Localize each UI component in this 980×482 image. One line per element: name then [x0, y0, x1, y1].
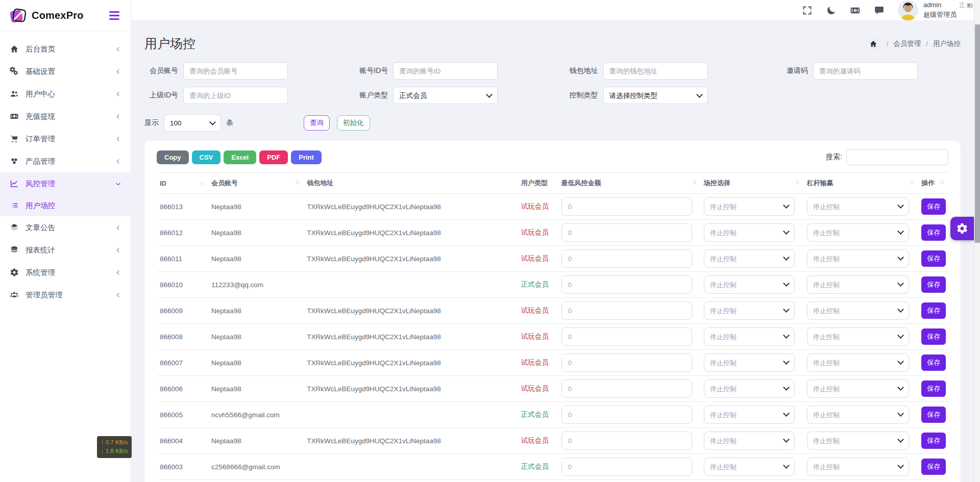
- pdf-export-button[interactable]: PDF: [259, 150, 288, 164]
- sidebar-item-risk-management[interactable]: 风控管理: [0, 172, 131, 195]
- sidebar-nav: 后台首页基础设置用户中心充值提现订单管理产品管理风控管理用户场控文章公告报表统计…: [0, 32, 131, 306]
- cell-user-type: 正式会员: [518, 480, 558, 482]
- chevron-left-icon: [115, 224, 121, 231]
- save-button[interactable]: 保存: [921, 276, 946, 293]
- member-account-input[interactable]: [183, 62, 288, 80]
- leverage-select[interactable]: 停止控制: [807, 197, 909, 216]
- field-control-select[interactable]: 停止控制: [704, 275, 795, 294]
- page-size-select[interactable]: 100: [164, 114, 221, 132]
- save-button[interactable]: 保存: [921, 328, 946, 345]
- column-header[interactable]: ID↑↓: [157, 173, 208, 194]
- leverage-select[interactable]: 停止控制: [807, 301, 909, 320]
- sort-icon[interactable]: ↑↓: [295, 179, 301, 185]
- fullscreen-icon[interactable]: [802, 5, 813, 16]
- min-risk-amount-input[interactable]: [561, 432, 692, 450]
- control-type-select[interactable]: 请选择控制类型: [603, 87, 708, 104]
- excel-export-button[interactable]: Excel: [224, 150, 256, 164]
- field-control-select[interactable]: 停止控制: [704, 249, 795, 268]
- save-button[interactable]: 保存: [921, 459, 946, 475]
- sidebar-item-order-management[interactable]: 订单管理: [0, 128, 131, 150]
- page-content: 用户场控 / 会员管理 / 用户场控 会员账号 账号ID号: [131, 21, 974, 482]
- print-export-button[interactable]: Print: [291, 150, 322, 164]
- column-header[interactable]: 操作↑↓: [918, 173, 948, 194]
- table-search-input[interactable]: [846, 149, 948, 165]
- save-button[interactable]: 保存: [921, 433, 946, 449]
- chat-icon[interactable]: [874, 5, 885, 16]
- leverage-select[interactable]: 停止控制: [807, 249, 909, 268]
- min-risk-amount-input[interactable]: [561, 223, 692, 242]
- save-button[interactable]: 保存: [921, 380, 946, 397]
- banknote-icon[interactable]: [850, 5, 861, 16]
- sidebar-item-recharge-withdraw[interactable]: 充值提现: [0, 105, 131, 128]
- sidebar-item-product-management[interactable]: 产品管理: [0, 150, 131, 172]
- copy-export-button[interactable]: Copy: [157, 150, 189, 164]
- field-control-select[interactable]: 停止控制: [704, 223, 795, 242]
- leverage-select[interactable]: 停止控制: [807, 275, 909, 294]
- sidebar-subitem-user-field-control[interactable]: 用户场控: [0, 195, 131, 216]
- leverage-select[interactable]: 停止控制: [807, 432, 909, 450]
- column-header[interactable]: 杠杆输赢↑↓: [804, 173, 918, 194]
- sort-icon[interactable]: ↑↓: [692, 179, 698, 185]
- min-risk-amount-input[interactable]: [561, 405, 692, 424]
- save-button[interactable]: 保存: [921, 407, 946, 423]
- parent-id-input[interactable]: [183, 87, 288, 104]
- min-risk-amount-input[interactable]: [561, 275, 692, 294]
- dark-mode-moon-icon[interactable]: [826, 5, 837, 16]
- min-risk-amount-input[interactable]: [561, 197, 692, 216]
- min-risk-amount-input[interactable]: [561, 327, 692, 346]
- leverage-select[interactable]: 停止控制: [807, 405, 909, 424]
- field-control-select[interactable]: 停止控制: [704, 197, 795, 216]
- field-control-select[interactable]: 停止控制: [704, 432, 795, 450]
- sidebar-item-dashboard[interactable]: 后台首页: [0, 38, 131, 60]
- breadcrumb-parent[interactable]: 会员管理: [893, 39, 921, 48]
- leverage-select[interactable]: 停止控制: [807, 327, 909, 346]
- query-button[interactable]: 查询: [304, 115, 330, 131]
- min-risk-amount-input[interactable]: [561, 249, 692, 268]
- column-header[interactable]: 最低风控金额↑↓: [558, 173, 701, 194]
- min-risk-amount-input[interactable]: [561, 379, 692, 398]
- save-button[interactable]: 保存: [921, 224, 946, 241]
- column-header[interactable]: 场控选择↑↓: [701, 173, 804, 194]
- field-control-select[interactable]: 停止控制: [704, 327, 795, 346]
- corner-text: 正: [959, 1, 965, 10]
- sidebar-item-report-statistics[interactable]: 报表统计: [0, 239, 131, 261]
- leverage-select[interactable]: 停止控制: [807, 353, 909, 372]
- field-control-select[interactable]: 停止控制: [704, 405, 795, 424]
- leverage-select[interactable]: 停止控制: [807, 458, 909, 476]
- save-button[interactable]: 保存: [921, 250, 946, 267]
- min-risk-amount-input[interactable]: [561, 458, 692, 476]
- field-control-select[interactable]: 停止控制: [704, 379, 795, 398]
- column-header[interactable]: 会员账号↑↓: [208, 173, 304, 194]
- menu-toggle-icon[interactable]: [107, 9, 121, 22]
- sort-icon[interactable]: ↑↓: [200, 180, 205, 186]
- min-risk-amount-input[interactable]: [561, 353, 692, 372]
- field-control-select[interactable]: 停止控制: [704, 353, 795, 372]
- reset-button[interactable]: 初始化: [337, 115, 370, 131]
- account-type-select[interactable]: 正式会员: [393, 87, 498, 104]
- save-button[interactable]: 保存: [921, 302, 946, 319]
- sidebar-item-article-announcement[interactable]: 文章公告: [0, 216, 131, 239]
- save-button[interactable]: 保存: [921, 354, 946, 371]
- scrollbar-thumb[interactable]: [975, 24, 980, 243]
- field-control-select[interactable]: 停止控制: [704, 301, 795, 320]
- save-button[interactable]: 保存: [921, 198, 946, 215]
- sidebar-item-admin-management[interactable]: 管理员管理: [0, 284, 131, 306]
- min-risk-amount-input[interactable]: [561, 301, 692, 320]
- leverage-select[interactable]: 停止控制: [807, 223, 909, 242]
- sort-icon[interactable]: ↑↓: [795, 179, 801, 185]
- settings-fab[interactable]: [950, 217, 974, 240]
- invite-code-input[interactable]: [813, 62, 918, 80]
- field-control-select[interactable]: 停止控制: [704, 458, 795, 476]
- sidebar-item-basic-settings[interactable]: 基础设置: [0, 60, 131, 83]
- sidebar-item-system-management[interactable]: 系统管理: [0, 261, 131, 284]
- leverage-select[interactable]: 停止控制: [807, 379, 909, 398]
- sort-icon[interactable]: ↑↓: [940, 179, 945, 185]
- breadcrumb-home-icon[interactable]: [866, 36, 881, 52]
- sidebar-item-user-center[interactable]: 用户中心: [0, 83, 131, 105]
- user-menu[interactable]: admin 超级管理员: [898, 0, 957, 20]
- csv-export-button[interactable]: CSV: [192, 150, 221, 164]
- account-id-input[interactable]: [393, 62, 498, 80]
- page-scrollbar[interactable]: [974, 0, 980, 482]
- sort-icon[interactable]: ↑↓: [910, 179, 915, 185]
- wallet-address-input[interactable]: [603, 62, 708, 80]
